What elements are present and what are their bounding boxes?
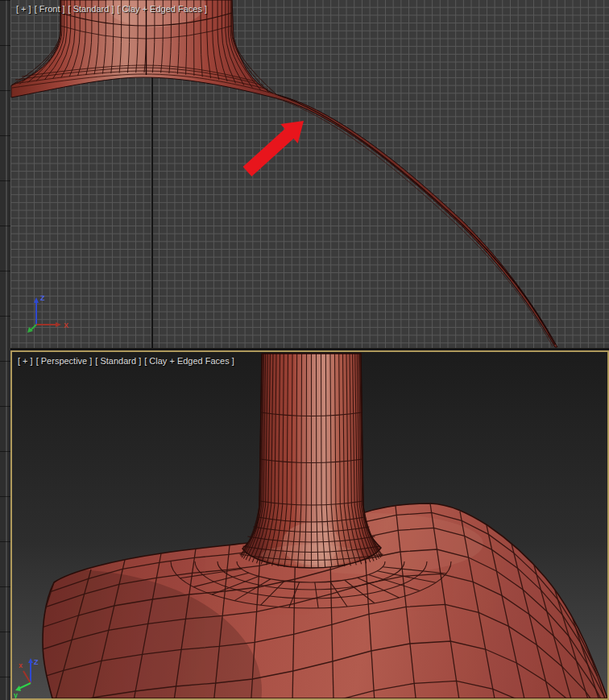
- front-viewport-label: [ + ] [ Front ] [ Standard ] [ Clay + Ed…: [16, 4, 207, 14]
- front-viewport-canvas: [10, 0, 609, 348]
- z-axis-arrowhead: [28, 658, 33, 663]
- viewport-shading-menu[interactable]: [ Clay + Edged Faces ]: [117, 4, 207, 14]
- x-axis-label: x: [19, 661, 23, 669]
- z-axis-arrowhead: [34, 297, 39, 303]
- adjacent-viewport-sliver: [0, 0, 10, 700]
- y-axis: [19, 683, 31, 689]
- x-axis-label: X: [64, 321, 68, 329]
- perspective-viewport-label: [ + ] [ Perspective ] [ Standard ] [ Cla…: [18, 356, 234, 367]
- x-axis: [23, 671, 31, 683]
- viewport-pov-menu[interactable]: [ Front ]: [35, 4, 65, 14]
- annotation-arrow: [243, 121, 304, 176]
- y-axis: [31, 325, 36, 330]
- viewport-general-menu[interactable]: [ + ]: [18, 356, 33, 367]
- y-axis-arrowhead: [15, 686, 21, 691]
- front-axis-gizmo: Z X: [19, 290, 83, 335]
- front-viewport[interactable]: [ + ] [ Front ] [ Standard ] [ Clay + Ed…: [10, 0, 609, 348]
- z-axis-label: Z: [40, 294, 45, 302]
- viewport-renderer-menu[interactable]: [ Standard ]: [95, 356, 141, 367]
- z-axis-label: Z: [34, 658, 39, 666]
- viewport-area: [ + ] [ Front ] [ Standard ] [ Clay + Ed…: [0, 0, 609, 700]
- perspective-axis-gizmo: Z x y: [14, 655, 65, 698]
- viewport-pov-menu[interactable]: [ Perspective ]: [36, 356, 93, 367]
- perspective-viewport-canvas: [12, 352, 607, 698]
- x-axis-arrowhead: [56, 322, 61, 327]
- viewport-renderer-menu[interactable]: [ Standard ]: [68, 4, 114, 14]
- viewport-general-menu[interactable]: [ + ]: [16, 4, 31, 14]
- y-axis-label: y: [14, 691, 18, 698]
- perspective-viewport[interactable]: [ + ] [ Perspective ] [ Standard ] [ Cla…: [10, 350, 609, 700]
- viewport-shading-menu[interactable]: [ Clay + Edged Faces ]: [144, 356, 234, 367]
